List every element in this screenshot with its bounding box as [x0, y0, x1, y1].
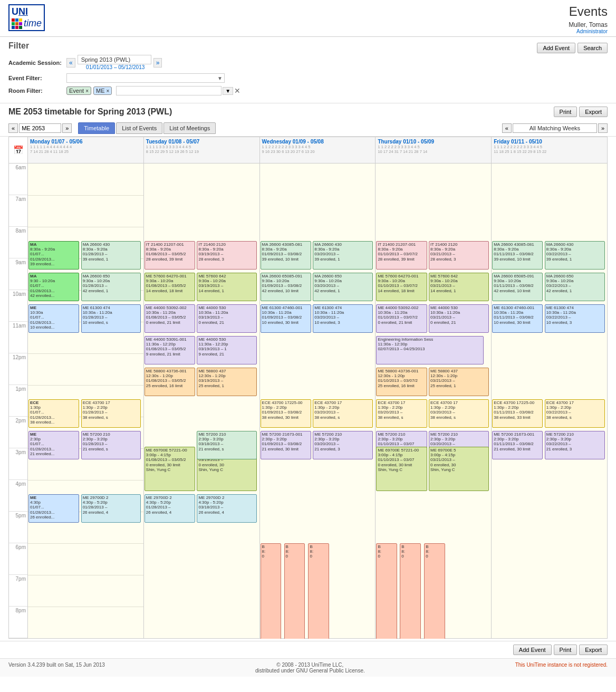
tab-timetable[interactable]: Timetable [78, 122, 115, 134]
room-filter-clear-btn[interactable]: ✕ [234, 86, 240, 95]
session-prev-btn[interactable]: « [66, 58, 75, 68]
tag-me-pill[interactable]: ME × [93, 86, 112, 95]
thu-eng-info[interactable]: Engineering Information Sess 11:30a - 12… [376, 336, 483, 364]
tue-me44000-11[interactable]: ME 44000 53091-001 11:30a - 12:20p 01/08… [145, 336, 195, 364]
tue-me44000-1[interactable]: ME 44000 53092-002 10:30a - 11:20a 01/08… [145, 304, 195, 333]
wed-me57200-1[interactable]: ME 57200 21673-001 2:30p - 3:20p 01/09/2… [261, 431, 311, 459]
mon-ma26600-1[interactable]: MA 26600 430 8:30a - 9:20a 01/28/2013 – … [81, 241, 141, 270]
thu-event-6pm-2[interactable]: B8:0 [400, 543, 420, 639]
mon-me57200[interactable]: ME 2:30p 01/07... 01/28/2013... 21 enrol… [28, 431, 79, 459]
tag-event-pill[interactable]: Event × [66, 86, 91, 95]
mon-me57200-r[interactable]: ME 57200 210 2:30p - 3:20p 01/28/2013 – … [81, 431, 141, 459]
academic-session-row: Academic Session: « Spring 2013 (PWL) 01… [8, 55, 608, 70]
mon-ma-event-1[interactable]: MA 8:30a - 9:20a 01/07... 01/28/2013... … [28, 241, 79, 270]
fri-ece43700-1[interactable]: ECE 43700 17225-00 1:30p - 2:20p 01/11/2… [492, 399, 543, 428]
tue-me29700d-r[interactable]: ME 29700D 2 4:30p - 5:20p 03/18/2013 – 2… [197, 494, 257, 523]
fri-me61300-r[interactable]: ME 61300 474 10:30a - 11:20a 03/22/2013 … [545, 304, 605, 333]
add-event-button-top[interactable]: Add Event [537, 43, 575, 53]
wed-me61300-1[interactable]: ME 61300 47460-001 10:30a - 11:20a 01/09… [261, 304, 311, 333]
wed-ece43700-r[interactable]: ECE 43700 17 1:30p - 2:20p 03/20/2013 – … [313, 399, 373, 428]
print-button-bottom[interactable]: Print [554, 645, 578, 655]
tag-event-remove-icon[interactable]: × [85, 88, 89, 94]
tue-me69700-1[interactable]: ME 69700E 57221-00 3:00p - 4:15p 01/08/2… [145, 447, 195, 491]
thu-ece43700-r[interactable]: ECE 43700 17 1:30p - 2:20p 03/20/2013 – … [429, 399, 489, 428]
wed-me61300-r[interactable]: ME 61300 474 10:30a - 11:20a 03/20/2013 … [313, 304, 373, 333]
thu-me58800-1[interactable]: ME 58800 43736-001 12:30s - 1:20p 01/10/… [376, 368, 427, 396]
mon-me29700d-r[interactable]: ME 29700D 2 4:30p - 5:20p 01/28/2013 – 2… [81, 494, 141, 523]
thu-it21400-r[interactable]: IT 21400 2120 8:30a - 9:20a 03/21/2013 –… [429, 241, 489, 270]
mon-me29700[interactable]: ME 4:30p 01/07... 01/28/2013... 26 enrol… [28, 494, 79, 523]
monday-nums: 1 1 1 1 1 4 4 4 4 4 4 4 4 [30, 145, 141, 149]
thu-event-6pm-3[interactable]: B8:0 [424, 543, 445, 639]
fri-me57200-1[interactable]: ME 57200 21673-001 2:30p - 3:20p 01/11/2… [492, 431, 543, 459]
room-filter-arrow-btn[interactable]: ▼ [223, 87, 233, 95]
wed-ma26600-r[interactable]: MA 26600 430 8:30a - 9:20a 03/20/2013 – … [313, 241, 373, 270]
export-button-top[interactable]: Export [579, 107, 608, 117]
thu-me69700-1[interactable]: ME 69700E 57221-00 3:00p - 4:15p 01/10/2… [376, 447, 427, 491]
add-event-button-bottom[interactable]: Add Event [513, 645, 552, 655]
fri-ma26600-9r[interactable]: MA 26600 650 9:30a - 10:20a 03/22/2013 –… [545, 273, 605, 301]
toolbar-buttons: Print Export [554, 107, 608, 117]
export-button-bottom[interactable]: Export [579, 645, 608, 655]
mon-me61300[interactable]: ME 10:30a 01/07... 01/28/2013... 10 enro… [28, 304, 79, 333]
tab-list-events[interactable]: List of Events [116, 122, 162, 134]
tue-me57600-r[interactable]: ME 57600 642 9:30a - 10:20a 03/19/2013 –… [197, 273, 257, 301]
fri-ma26600-1[interactable]: MA 26600 43085-081 8:30a - 9:20a 01/11/2… [492, 241, 543, 270]
mon-ece43700-r[interactable]: ECE 43700 17 1:30p - 2:20p 01/28/2013 – … [81, 399, 141, 428]
tue-me44000-r[interactable]: ME 44000 530 10:30a - 11:20a 03/19/2013 … [197, 304, 257, 333]
wed-ma26600-9r[interactable]: MA 26600 650 9:30a - 10:20a 03/20/2013 –… [313, 273, 373, 301]
calendar-icon-cell[interactable]: 📅 [9, 137, 27, 164]
wed-ma26600-9[interactable]: MA 26600 65085-091 9:30a - 10:20a 01/09/… [261, 273, 311, 301]
session-next-btn[interactable]: » [153, 58, 162, 68]
tue-me44000-11r[interactable]: ME 44000 530 11:30a - 12:20p 03/19/2013 … [197, 336, 257, 364]
tue-it21400-r[interactable]: IT 21400 2120 8:30a - 9:20a 03/19/2013 –… [197, 241, 257, 270]
timetable-toolbar: ME 2053 timetable for Spring 2013 (PWL) … [0, 103, 616, 120]
wed-event-6pm-3[interactable]: B8:0 [308, 543, 329, 639]
tue-me57200d-r[interactable]: ME 57200 210 2:30p - 3:20p 03/18/2013 – … [197, 431, 257, 459]
wed-me57200-r[interactable]: ME 57200 210 2:30p - 3:20p 03/20/2013 – … [313, 431, 373, 459]
mon-ma-9am[interactable]: MA 9:30 - 10:20a 01/07... 01/28/2013... … [28, 273, 79, 301]
room-filter-input[interactable] [116, 86, 222, 95]
thu-me44000-r[interactable]: ME 44000 530 10:30a - 11:20a 03/21/2013 … [429, 304, 489, 333]
grid-line-12 [28, 543, 143, 544]
tue-me58800-1[interactable]: ME 58800 43736-001 12:30s - 1:20p 01/08/… [145, 368, 195, 396]
thu-me69700-r[interactable]: ME 69700E 5 3:00p - 4:15p 03/21/2013 – 0… [429, 447, 489, 491]
tue-me57600-1[interactable]: ME 57600 64270-001 9:30a - 10:20a 01/08/… [145, 273, 195, 301]
tab-list-meetings[interactable]: List of Meetings [163, 122, 216, 134]
search-button[interactable]: Search [578, 43, 608, 53]
thu-me57600-r[interactable]: ME 57600 642 9:30a - 10:20a 03/21/2013 –… [429, 273, 489, 301]
week-next-btn[interactable]: » [598, 123, 608, 133]
mon-me61300-r[interactable]: ME 61300 474 10:30a - 11:20a 01/28/2013 … [81, 304, 141, 333]
logo[interactable]: UNI time [8, 4, 47, 31]
fri-me61300-1[interactable]: ME 61300 47460-001 10:30a - 11:20a 01/11… [492, 304, 543, 333]
week-prev-btn[interactable]: « [502, 123, 512, 133]
print-button-top[interactable]: Print [554, 107, 578, 117]
wed-event-6pm-2[interactable]: B8:0 [284, 543, 305, 639]
mon-ma26600-2[interactable]: MA 26600 650 9:30a - 10:20a 01/28/2013 –… [81, 273, 141, 301]
event-filter-input[interactable] [66, 73, 225, 83]
fri-me57200-r[interactable]: ME 57200 210 2:30p - 3:20p 03/22/2013 – … [545, 431, 605, 459]
thu-me58800-r[interactable]: ME 58800 437 12:30s - 1:20p 03/21/2013 –… [429, 368, 489, 396]
thu-ece43700-1[interactable]: ECE 43700 17 1:30p - 2:20p 03/20/2013 – … [376, 399, 427, 428]
tag-me-remove-icon[interactable]: × [106, 88, 109, 94]
course-input[interactable] [19, 123, 61, 133]
wed-ma26600-1[interactable]: MA 26600 43085-081 8:30a - 9:20a 01/09/2… [261, 241, 311, 270]
tuesday-nums: 1 1 1 1 3 3 3 3 3 3 4 4 4 5 [146, 145, 257, 149]
tue-me58800-r[interactable]: ME 58800 437 12:30s - 1:20p 03/19/2013 –… [197, 368, 257, 396]
wed-event-6pm-1[interactable]: B8:0 04/... [261, 543, 281, 639]
course-prev-btn[interactable]: « [8, 123, 18, 133]
calendar-icon[interactable]: 📅 [13, 145, 24, 155]
fri-ma26600-r[interactable]: MA 26600 430 8:30a - 9:20a 03/22/2013 – … [545, 241, 605, 270]
fri-ma26600-9[interactable]: MA 26600 65085-091 9:30a - 10:20a 01/11/… [492, 273, 543, 301]
fri-ece43700-r[interactable]: ECE 43700 17 1:30p - 2:20p 03/22/2013 – … [545, 399, 605, 428]
thu-me44000-1[interactable]: ME 44000 53092-002 10:30a - 11:20a 01/10… [376, 304, 427, 333]
tue-me29700d-1[interactable]: ME 29700D 2 4:30p - 5:20p 01/28/2013 – 2… [145, 494, 195, 523]
mon-ece43700[interactable]: ECE 1:30p 01/07... 01/28/2013... 38 enro… [28, 399, 79, 428]
course-next-btn[interactable]: » [62, 123, 72, 133]
thu-me57600-1[interactable]: ME 57600 64270-001 9:30a - 10:20a 01/10/… [376, 273, 427, 301]
thu-it21400-1[interactable]: IT 21400 21207-001 8:30a - 9:20a 01/10/2… [376, 241, 427, 270]
tue-it21400-1[interactable]: IT 21400 21207-001 8:30a - 9:20a 01/08/2… [145, 241, 195, 270]
thu-event-6pm-1[interactable]: B8:0 [376, 543, 397, 639]
friday-dates: 11 18 25 1 8 15 22 29 8 15 22 [494, 149, 605, 154]
wed-ece43700-1[interactable]: ECE 43700 17225-00 1:30p - 2:20p 01/09/2… [261, 399, 311, 428]
